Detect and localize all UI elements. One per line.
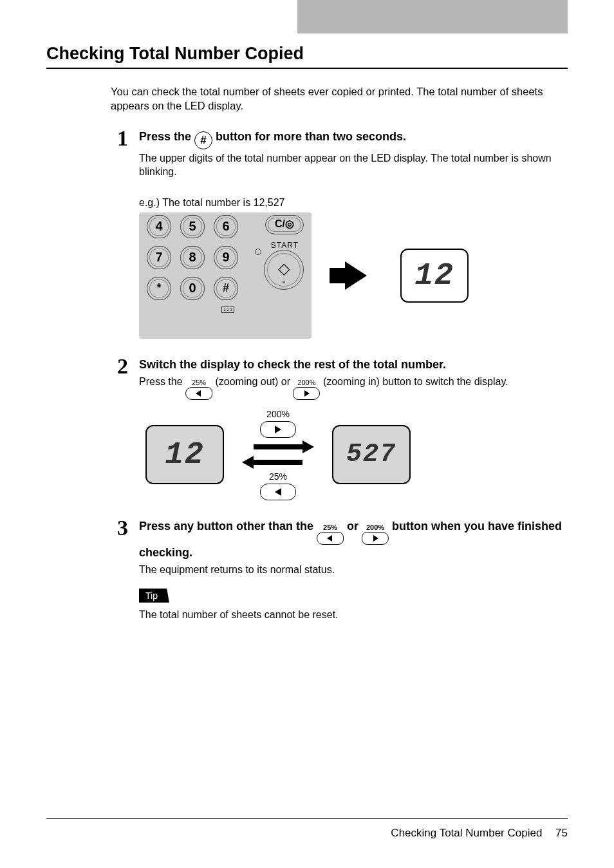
led-display-a: 12 xyxy=(145,425,224,484)
label-123-icon: 1 2 3 xyxy=(221,307,234,313)
zoom-out-pct: 25% xyxy=(323,524,337,531)
hash-button-icon: # xyxy=(194,131,212,149)
title-rule xyxy=(46,68,568,69)
keypad-panel: 4 5 6 7 8 9 * 0 # C/◎ START 1 2 3 xyxy=(139,212,312,339)
key-7: 7 xyxy=(147,246,171,269)
zoom-in-button-inline: 200% xyxy=(293,379,320,400)
zoom-in-button-inline: 200% xyxy=(362,524,389,545)
led-display-b: 527 xyxy=(332,425,411,484)
tip-text: The total number of sheets cannot be res… xyxy=(139,609,568,621)
arrow-right-large-icon xyxy=(242,440,314,453)
arrow-left-icon xyxy=(185,387,212,400)
step-1-heading: Press the # button for more than two sec… xyxy=(139,129,568,149)
arrow-right-icon xyxy=(345,261,367,290)
step-1-head-pre: Press the xyxy=(139,130,194,143)
step-2-sub-mid1: (zooming out) or xyxy=(215,376,293,387)
footer-page-number: 75 xyxy=(555,827,568,839)
step-2-sub-pre: Press the xyxy=(139,376,185,387)
step-number: 3 xyxy=(117,517,139,621)
step-number: 1 xyxy=(117,127,139,339)
zoom-in-fig-pct: 200% xyxy=(266,409,290,419)
arrow-right-button-icon xyxy=(260,421,296,438)
key-0: 0 xyxy=(180,277,205,300)
arrow-left-button-icon xyxy=(260,484,296,500)
led-display: 12 xyxy=(400,249,469,303)
switch-arrows-block: 200% 25% xyxy=(242,409,314,500)
start-indicator-icon xyxy=(255,249,261,255)
zoom-out-button-inline: 25% xyxy=(317,524,344,545)
step-1-head-post: button for more than two seconds. xyxy=(216,130,406,143)
intro-paragraph: You can check the total number of sheets… xyxy=(111,84,568,113)
step-3-head-mid: or xyxy=(347,520,362,533)
arrow-right-icon xyxy=(293,387,320,400)
arrow-left-large-icon xyxy=(242,456,314,469)
start-label: START xyxy=(271,241,299,250)
key-8: 8 xyxy=(180,246,205,269)
zoom-in-fig: 200% xyxy=(260,409,296,438)
step-3-head-pre: Press any button other than the xyxy=(139,520,317,533)
footer-title: Checking Total Number Copied xyxy=(391,827,542,839)
figure-switch-display: 12 200% 25% 527 xyxy=(145,409,568,500)
step-2-sub-mid2: (zooming in) button to switch the displa… xyxy=(323,376,508,387)
step-3-heading: Press any button other than the 25% or 2… xyxy=(139,518,568,561)
arrow-right-icon xyxy=(362,532,389,545)
step-number: 2 xyxy=(117,355,139,500)
footer: Checking Total Number Copied 75 xyxy=(46,818,568,840)
arrow-left-icon xyxy=(317,532,344,545)
tip-label: Tip xyxy=(139,589,169,603)
key-star: * xyxy=(147,277,171,300)
start-button-icon xyxy=(264,250,304,290)
step-3: 3 Press any button other than the 25% or… xyxy=(117,518,568,621)
key-5: 5 xyxy=(180,215,205,238)
zoom-out-button-inline: 25% xyxy=(185,379,212,400)
step-1-sub: The upper digits of the total number app… xyxy=(139,151,568,179)
led-value-a: 12 xyxy=(165,437,205,472)
key-4: 4 xyxy=(147,215,171,238)
figure-keypad-led: 4 5 6 7 8 9 * 0 # C/◎ START 1 2 3 xyxy=(139,212,568,339)
step-1-example: e.g.) The total number is 12,527 xyxy=(139,197,568,209)
step-3-sub: The equipment returns to its normal stat… xyxy=(139,563,568,577)
zoom-out-fig: 25% xyxy=(260,471,296,500)
zoom-in-pct: 200% xyxy=(366,524,384,531)
header-grey-tab xyxy=(297,0,568,33)
step-1: 1 Press the # button for more than two s… xyxy=(117,129,568,339)
zoom-out-fig-pct: 25% xyxy=(269,471,287,482)
step-2-sub: Press the 25% (zooming out) or 200% (zoo… xyxy=(139,375,568,400)
key-9: 9 xyxy=(214,246,238,269)
zoom-out-pct: 25% xyxy=(192,379,206,386)
zoom-in-pct: 200% xyxy=(297,379,315,386)
led-value: 12 xyxy=(414,258,454,293)
step-2-heading: Switch the display to check the rest of … xyxy=(139,357,568,373)
key-6: 6 xyxy=(214,215,238,238)
key-clear: C/◎ xyxy=(265,215,304,234)
led-value-b: 527 xyxy=(346,440,396,469)
step-2: 2 Switch the display to check the rest o… xyxy=(117,357,568,500)
key-hash: # xyxy=(214,277,238,300)
